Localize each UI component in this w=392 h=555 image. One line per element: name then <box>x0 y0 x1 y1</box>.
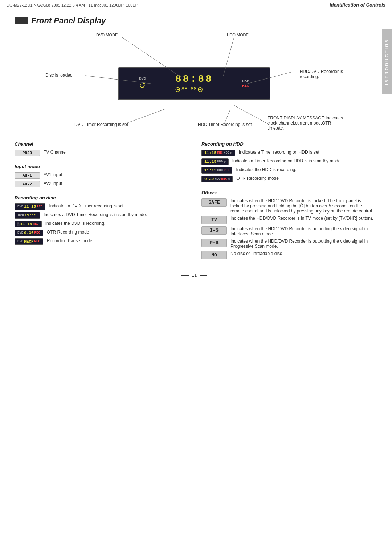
hdd-clock-2: ⊙ <box>224 160 225 164</box>
divider-1 <box>15 160 187 160</box>
hdd-clock-4: ⊙ <box>228 177 230 181</box>
divider-right-1 <box>201 186 374 186</box>
desc-disc-4: OTR Recording mode <box>47 230 187 235</box>
lcd-theta-right: Θ <box>198 86 203 94</box>
disc-dvd-icon-1: DVD <box>17 205 23 208</box>
lcd-dot-row: Θ 88·88 Θ <box>175 86 203 94</box>
input-mode-row-au1: Au-1 AV1 input <box>15 172 187 179</box>
others-row-safe: SAFE Indicates when the HDD/DVD Recorder… <box>201 198 374 214</box>
desc-tv: Indicates the HDD/DVD Recorder is in TV … <box>230 216 374 221</box>
page-num-bar-right <box>200 275 207 276</box>
disc-time-2: 11:15 <box>25 213 37 218</box>
lcd-hdd-section: HDD REC <box>242 80 249 88</box>
recording-disc-title: Recording on disc <box>15 195 187 200</box>
hdd-rec-1: REC <box>217 151 223 155</box>
badge-no: NO <box>201 251 227 259</box>
section-title-area: Front Panel Display <box>15 16 374 25</box>
disc-rec-5: REC <box>34 240 40 243</box>
badge-pr23: PR23 <box>15 150 40 156</box>
disc-rec-1: REC <box>37 205 42 208</box>
header-meta: DG-M22-12D1P-XA(GB) 2005.12.22 8:4 AM ˜ … <box>7 3 139 7</box>
desc-is: Indicates when the HDD/DVD Recorder is o… <box>230 226 374 236</box>
desc-disc-1: Indicates a DVD Timer recording is set. <box>49 203 187 208</box>
lcd-disc-icon: ↺ <box>139 81 146 90</box>
desc-au2: AV2 input <box>44 181 187 186</box>
lcd-dvd-label: DVD <box>139 77 146 80</box>
hdd-time-1: 11:15 <box>204 151 216 155</box>
col-left: Channel PR23 TV Channel Input mode Au-1 … <box>15 138 187 262</box>
lcd-time-digits: 88:88 <box>175 73 213 85</box>
hdd-time-2: 11:15 <box>204 159 216 164</box>
badge-disc-4: DVD 0:30 REC <box>15 230 43 236</box>
badge-disc-1: DVD 11:15 REC <box>15 203 45 210</box>
hdd-time-4: 0:30 <box>204 177 214 181</box>
page-title: Front Panel Display <box>31 16 106 25</box>
hdd-row-3: 11:15 HDD REC Indicates the HDD is recor… <box>201 167 374 174</box>
lcd-display: DVD ↺ 88:88 Θ 88·88 Θ HDD REC <box>118 67 270 100</box>
desc-au1: AV1 input <box>44 172 187 177</box>
input-mode-title: Input mode <box>15 164 187 169</box>
page-number-area: 11 <box>15 272 374 278</box>
disc-dvd-icon-3: ▒ <box>17 222 19 226</box>
desc-hdd-1: Indicates a Timer recording on HDD is se… <box>239 150 374 155</box>
disc-rec-4: REC <box>34 231 40 235</box>
desc-no: No disc or unreadable disc <box>230 251 374 256</box>
hdd-label-1: HDD <box>224 151 229 155</box>
lcd-panel: DVD ↺ 88:88 Θ 88·88 Θ HDD REC <box>118 67 270 100</box>
badge-hdd-2: 11:15 HDD ⊙ <box>201 158 229 165</box>
channel-row-pr23: PR23 TV Channel <box>15 150 187 156</box>
content-columns: Channel PR23 TV Channel Input mode Au-1 … <box>15 138 374 262</box>
badge-au1: Au-1 <box>15 172 40 179</box>
col-right: Recording on HDD 11:15 REC HDD ⊙ Indicat… <box>201 138 374 262</box>
disc-time-4: 0:30 <box>24 231 33 235</box>
desc-hdd-3: Indicates the HDD is recording. <box>236 167 374 172</box>
others-row-ps: P-S Indicates when the HDD/DVD Recorder … <box>201 239 374 249</box>
desc-ps: Indicates when the HDD/DVD Recorder is o… <box>230 239 374 249</box>
desc-pr23: TV Channel <box>44 150 187 155</box>
channel-title: Channel <box>15 141 187 147</box>
disc-row-4: DVD 0:30 REC OTR Recording mode <box>15 230 187 236</box>
page-content: Front Panel Display DVD MODE HDD MODE DV… <box>0 9 392 284</box>
desc-disc-3: Indicates the DVD is recording. <box>45 221 187 226</box>
desc-hdd-2: Indicates a Timer Recording on HDD is in… <box>232 158 374 163</box>
badge-disc-2: DVD 11:15 <box>15 212 40 219</box>
desc-safe: Indicates when the HDD/DVD Recorder is l… <box>230 198 374 214</box>
hdd-label-3: HDD <box>217 169 223 172</box>
annotation-dvd-timer: DVD Timer Recording is set <box>74 122 128 127</box>
lcd-dvd-section: DVD ↺ <box>139 77 146 90</box>
desc-disc-5: Recording Pause mode <box>47 238 187 243</box>
divider-2 <box>15 191 187 191</box>
lcd-hdd-label: HDD <box>242 80 249 83</box>
title-decoration-bar <box>15 17 28 24</box>
others-row-no: NO No disc or unreadable disc <box>201 251 374 259</box>
others-row-is: I-S Indicates when the HDD/DVD Recorder … <box>201 226 374 236</box>
hdd-row-2: 11:15 HDD ⊙ Indicates a Timer Recording … <box>201 158 374 165</box>
hdd-mode-label: HDD MODE <box>227 33 249 37</box>
annotation-front-display: FRONT DISPLAY MESSAGE:Indicates clock,ch… <box>268 116 343 131</box>
header: DG-M22-12D1P-XA(GB) 2005.12.22 8:4 AM ˜ … <box>0 0 392 9</box>
badge-ps: P-S <box>201 239 227 247</box>
hdd-rec-3: REC <box>224 169 229 172</box>
hdd-time-3: 11:15 <box>204 168 216 173</box>
disc-dvd-icon-5: DVD <box>17 240 23 243</box>
disc-row-1: DVD 11:15 REC Indicates a DVD Timer reco… <box>15 203 187 210</box>
badge-tv: TV <box>201 216 227 224</box>
recording-hdd-title: Recording on HDD <box>201 141 374 147</box>
dvd-mode-label: DVD MODE <box>96 33 118 37</box>
desc-disc-2: Indicates a DVD Timer Recording is in st… <box>44 212 187 217</box>
header-title: Identification of Controls <box>330 2 385 8</box>
page-number: 11 <box>192 272 197 278</box>
hdd-label-2: HDD <box>217 160 223 163</box>
input-mode-row-au2: Au-2 AV2 input <box>15 181 187 187</box>
lcd-rec-label: REC <box>242 84 249 88</box>
badge-au2: Au-2 <box>15 181 40 187</box>
disc-time-1: 11:15 <box>24 204 36 209</box>
lcd-theta-left: Θ <box>175 86 180 94</box>
disc-dvd-icon-2: DVD <box>18 214 24 217</box>
hdd-row-1: 11:15 REC HDD ⊙ Indicates a Timer record… <box>201 150 374 156</box>
others-row-tv: TV Indicates the HDD/DVD Recorder is in … <box>201 216 374 224</box>
front-panel-diagram: DVD MODE HDD MODE DVD ↺ 88:88 Θ 88·88 Θ <box>38 33 350 134</box>
others-title: Others <box>201 190 374 195</box>
disc-time-3: 11:15 <box>20 222 32 226</box>
disc-row-5: DVD RECP REC Recording Pause mode <box>15 238 187 245</box>
